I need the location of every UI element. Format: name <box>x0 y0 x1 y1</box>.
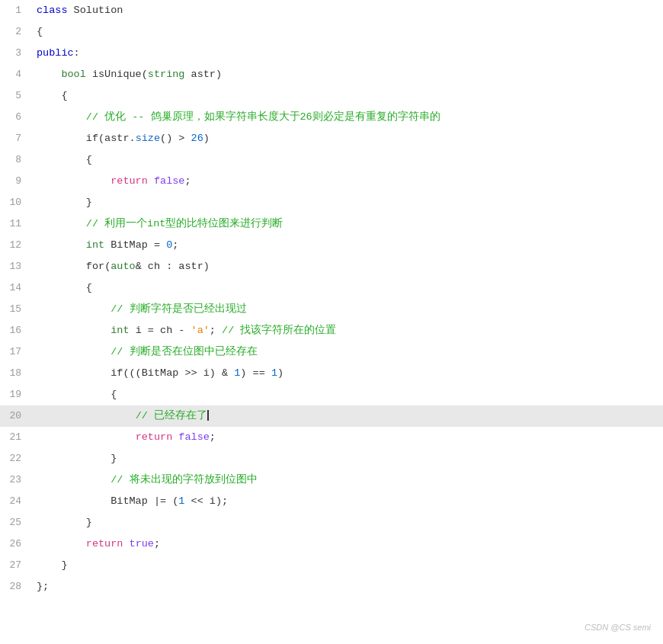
token: false <box>178 431 210 443</box>
line-content: // 利用一个int型的比特位图来进行判断 <box>30 213 663 235</box>
token <box>37 474 110 485</box>
token: return <box>110 175 148 187</box>
token: ; <box>172 239 178 251</box>
token: string <box>148 69 185 80</box>
token: { <box>37 26 43 37</box>
token <box>148 175 154 187</box>
line-number: 18 <box>0 363 30 384</box>
token: public <box>37 47 74 59</box>
line-number: 26 <box>0 533 30 555</box>
token: // 已经存在了 <box>136 410 207 421</box>
token: } <box>37 517 92 528</box>
token: << i); <box>184 495 228 507</box>
line-content: } <box>30 448 663 469</box>
line-number: 12 <box>0 235 30 256</box>
token: BitMap = <box>104 239 166 251</box>
line-content: bool isUnique(string astr) <box>30 64 663 85</box>
token: { <box>37 389 117 400</box>
line-content: { <box>30 384 663 405</box>
code-editor: 1class Solution2{3public:4 bool isUnique… <box>0 0 663 644</box>
token: bool <box>61 69 85 80</box>
token <box>37 111 86 123</box>
token: { <box>37 154 92 165</box>
token: BitMap |= ( <box>110 495 178 507</box>
token: // 找该字符所在的位置 <box>222 325 336 336</box>
token: ; <box>210 325 222 336</box>
line-content: // 判断是否在位图中已经存在 <box>30 341 663 363</box>
line-number: 14 <box>0 277 30 299</box>
token: (((BitMap >> i) & <box>123 367 234 379</box>
token <box>37 175 110 187</box>
line-content: } <box>30 555 663 576</box>
token: Solution <box>74 5 123 16</box>
token: // 利用一个int型的比特位图来进行判断 <box>86 218 283 229</box>
table-row: 27 } <box>0 555 663 576</box>
table-row: 14 { <box>0 277 663 299</box>
line-content: BitMap |= (1 << i); <box>30 491 663 512</box>
table-row: 15 // 判断字符是否已经出现过 <box>0 299 663 320</box>
token: ; <box>184 175 191 187</box>
line-content: if(astr.size() > 26) <box>30 128 663 149</box>
token: } <box>37 197 92 208</box>
line-content: { <box>30 85 663 107</box>
line-number: 1 <box>0 0 30 21</box>
code-table: 1class Solution2{3public:4 bool isUnique… <box>0 0 663 598</box>
line-number: 27 <box>0 555 30 576</box>
token: auto <box>110 261 135 272</box>
token: { <box>37 90 68 101</box>
token <box>37 538 86 549</box>
line-content: { <box>30 21 663 43</box>
table-row: 21 return false; <box>0 427 663 448</box>
line-number: 22 <box>0 448 30 469</box>
text-cursor <box>207 410 209 421</box>
line-number: 20 <box>0 405 30 427</box>
table-row: 24 BitMap |= (1 << i); <box>0 491 663 512</box>
table-row: 11 // 利用一个int型的比特位图来进行判断 <box>0 213 663 235</box>
token <box>37 218 86 229</box>
table-row: 16 int i = ch - 'a'; // 找该字符所在的位置 <box>0 320 663 341</box>
token <box>37 410 136 421</box>
token: for <box>86 261 104 272</box>
token: ) <box>277 367 283 379</box>
line-number: 5 <box>0 85 30 107</box>
line-content: class Solution <box>30 0 663 21</box>
line-content: int BitMap = 0; <box>30 235 663 256</box>
token: ) == <box>240 367 271 379</box>
table-row: 28}; <box>0 576 663 598</box>
token: // 优化 -- 鸽巢原理，如果字符串长度大于26则必定是有重复的字符串的 <box>86 111 440 123</box>
token: return <box>136 431 173 443</box>
line-content: return false; <box>30 171 663 192</box>
line-content: { <box>30 277 663 299</box>
table-row: 22 } <box>0 448 663 469</box>
token: & ch : astr) <box>136 261 210 272</box>
token: ; <box>210 431 216 443</box>
token: 1 <box>271 367 277 379</box>
table-row: 12 int BitMap = 0; <box>0 235 663 256</box>
token: i = ch - <box>130 325 191 336</box>
line-content: // 优化 -- 鸽巢原理，如果字符串长度大于26则必定是有重复的字符串的 <box>30 107 663 128</box>
token: () > <box>160 133 191 144</box>
line-number: 23 <box>0 469 30 491</box>
line-number: 8 <box>0 149 30 171</box>
token <box>37 346 110 357</box>
line-content: for(auto& ch : astr) <box>30 256 663 277</box>
line-number: 4 <box>0 64 30 85</box>
line-content: } <box>30 512 663 533</box>
line-number: 25 <box>0 512 30 533</box>
table-row: 23 // 将未出现的字符放到位图中 <box>0 469 663 491</box>
token: if <box>110 367 123 379</box>
line-number: 21 <box>0 427 30 448</box>
token <box>37 69 61 80</box>
line-content: public: <box>30 43 663 64</box>
line-number: 11 <box>0 213 30 235</box>
token <box>37 367 110 379</box>
token <box>37 239 86 251</box>
line-number: 15 <box>0 299 30 320</box>
table-row: 19 { <box>0 384 663 405</box>
line-content: // 判断字符是否已经出现过 <box>30 299 663 320</box>
line-content: // 已经存在了 <box>30 405 663 427</box>
token: { <box>37 282 92 293</box>
table-row: 5 { <box>0 85 663 107</box>
table-row: 9 return false; <box>0 171 663 192</box>
token <box>37 303 110 315</box>
